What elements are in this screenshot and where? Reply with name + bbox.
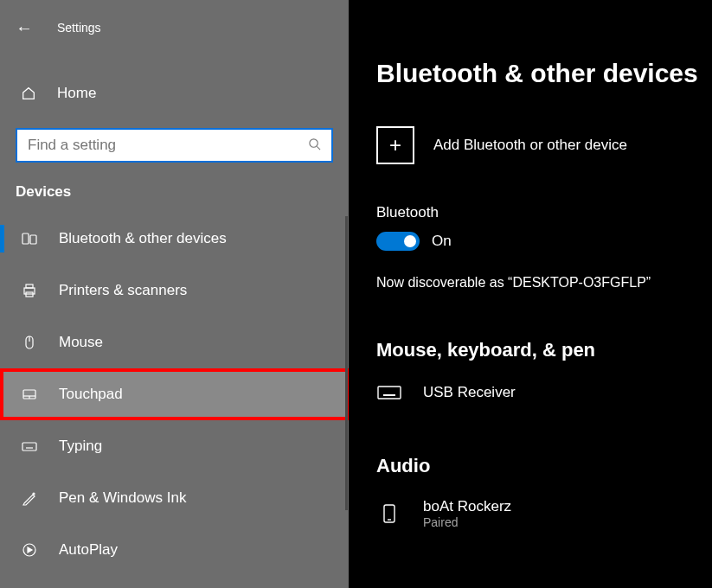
sidebar-item-printers[interactable]: Printers & scanners	[0, 265, 349, 316]
plus-icon: +	[376, 126, 414, 164]
sidebar-item-touchpad[interactable]: Touchpad	[0, 368, 349, 420]
sidebar-item-label: AutoPlay	[59, 541, 118, 559]
svg-rect-20	[378, 387, 401, 399]
sidebar-section-header: Devices	[0, 163, 349, 213]
nav-items: Bluetooth & other devices Printers & sca…	[0, 213, 349, 576]
home-icon	[21, 86, 36, 101]
device-boat-rockerz[interactable]: boAt Rockerz Paired	[376, 498, 712, 529]
svg-point-18	[33, 493, 35, 495]
bluetooth-toggle-row: On	[376, 232, 712, 251]
sidebar-item-autoplay[interactable]: AutoPlay	[0, 524, 349, 576]
keyboard-icon	[21, 438, 38, 455]
device-name: boAt Rockerz	[423, 498, 511, 515]
bluetooth-devices-icon	[21, 230, 38, 247]
add-device-button[interactable]: + Add Bluetooth or other device	[376, 126, 712, 164]
printer-icon	[21, 282, 38, 299]
bluetooth-toggle[interactable]	[376, 232, 420, 251]
phone-icon	[376, 503, 402, 524]
group-audio: Audio	[376, 455, 712, 477]
search-input[interactable]	[28, 137, 308, 154]
sidebar-item-bluetooth[interactable]: Bluetooth & other devices	[0, 213, 349, 265]
sidebar-item-mouse[interactable]: Mouse	[0, 316, 349, 368]
sidebar-item-pen[interactable]: Pen & Windows Ink	[0, 472, 349, 524]
mouse-icon	[21, 334, 38, 351]
sidebar-item-label: Printers & scanners	[59, 282, 187, 299]
bluetooth-label: Bluetooth	[376, 204, 712, 221]
sidebar-item-label: Touchpad	[59, 386, 123, 403]
svg-rect-3	[30, 235, 36, 244]
page-title: Bluetooth & other devices	[376, 59, 712, 88]
sidebar: ← Settings Home Devices	[0, 0, 349, 588]
search-wrap	[16, 128, 333, 163]
device-name: USB Receiver	[423, 384, 516, 401]
discoverable-text: Now discoverable as “DESKTOP-O3FGFLP”	[376, 275, 712, 291]
sidebar-item-typing[interactable]: Typing	[0, 420, 349, 472]
sidebar-item-label: Bluetooth & other devices	[59, 230, 227, 247]
autoplay-icon	[21, 541, 38, 559]
back-icon[interactable]: ←	[16, 18, 33, 38]
search-icon	[308, 137, 321, 153]
sidebar-scrollbar[interactable]	[345, 216, 348, 510]
search-box[interactable]	[16, 128, 333, 163]
toggle-state: On	[432, 233, 452, 250]
device-status: Paired	[423, 515, 511, 529]
add-device-label: Add Bluetooth or other device	[433, 137, 627, 154]
header-title: Settings	[57, 21, 101, 35]
home-label: Home	[57, 85, 96, 102]
sidebar-item-label: Typing	[59, 438, 102, 455]
group-mouse-keyboard: Mouse, keyboard, & pen	[376, 339, 712, 361]
touchpad-icon	[21, 386, 38, 403]
content-pane: Bluetooth & other devices + Add Bluetoot…	[349, 0, 712, 588]
pen-icon	[21, 489, 38, 507]
header: ← Settings	[0, 10, 349, 45]
device-usb-receiver[interactable]: USB Receiver	[376, 382, 712, 403]
home-button[interactable]: Home	[0, 69, 349, 118]
svg-rect-12	[22, 443, 36, 451]
sidebar-item-label: Pen & Windows Ink	[59, 489, 186, 507]
svg-point-0	[310, 139, 318, 147]
sidebar-item-label: Mouse	[59, 334, 103, 351]
keyboard-icon	[376, 382, 402, 403]
svg-rect-2	[22, 233, 29, 244]
svg-line-1	[317, 146, 320, 150]
svg-rect-5	[26, 284, 33, 288]
